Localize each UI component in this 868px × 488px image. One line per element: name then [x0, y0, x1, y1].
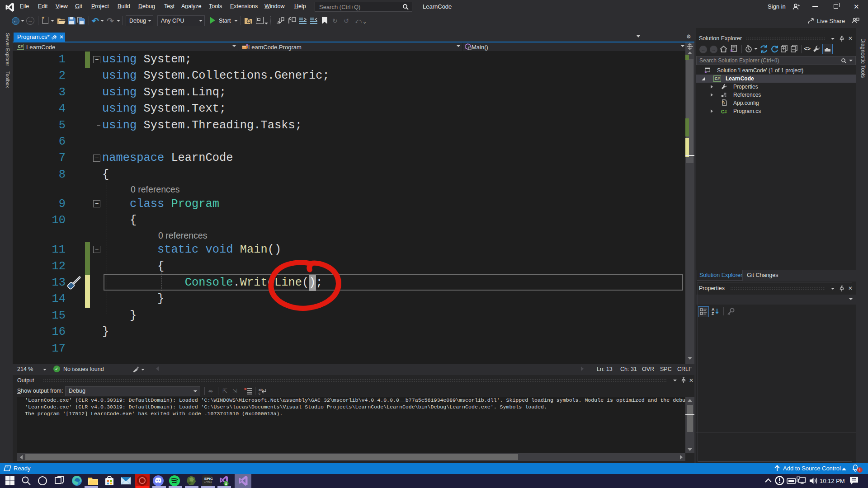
svg-text:c: c [259, 391, 260, 395]
